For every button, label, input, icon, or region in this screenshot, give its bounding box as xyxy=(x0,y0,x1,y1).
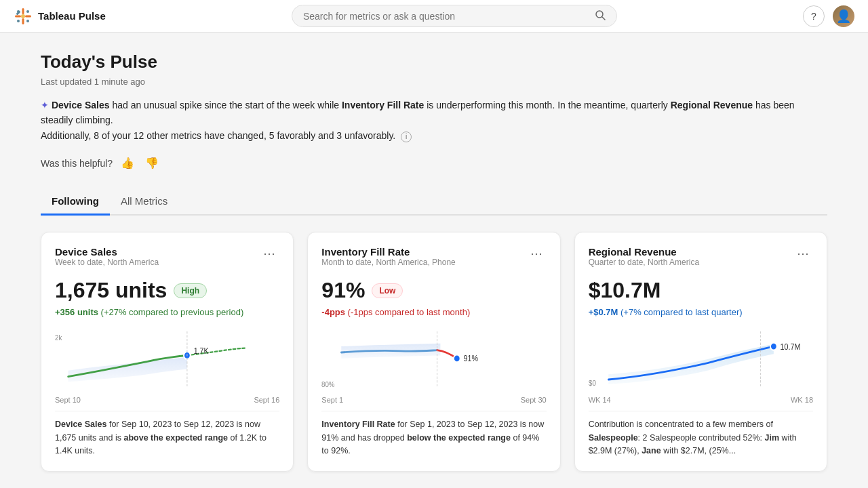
header-actions: ? 👤 xyxy=(803,5,854,27)
card-revenue-title: Regional Revenue xyxy=(589,246,699,258)
svg-rect-0 xyxy=(22,8,24,14)
card-device-sales-header: Device Sales Week to date, North America… xyxy=(55,246,279,275)
search-container xyxy=(117,5,792,27)
card-inventory-header: Inventory Fill Rate Month to date, North… xyxy=(321,246,546,275)
card-revenue-value-row: $10.7M xyxy=(589,278,813,303)
card-inventory-chart: 91% 80% xyxy=(321,325,546,393)
card-inventory-fill-rate: Inventory Fill Rate Month to date, North… xyxy=(307,232,560,472)
card-inventory-value: 91% xyxy=(321,278,365,303)
card-device-sales-x-end: Sept 16 xyxy=(254,396,279,404)
card-regional-revenue: Regional Revenue Quarter to date, North … xyxy=(574,232,827,472)
svg-text:$0: $0 xyxy=(589,379,596,387)
card-device-sales-title-area: Device Sales Week to date, North America xyxy=(55,246,159,275)
card-inventory-title-area: Inventory Fill Rate Month to date, North… xyxy=(321,246,455,275)
svg-point-20 xyxy=(770,343,777,350)
card-inventory-badge: Low xyxy=(372,283,403,298)
svg-point-8 xyxy=(26,20,29,22)
card-inventory-x-start: Sept 1 xyxy=(321,396,343,404)
summary-part7: Additionally, 8 of your 12 other metrics… xyxy=(41,128,827,143)
card-revenue-x-end: WK 18 xyxy=(791,396,813,404)
svg-rect-1 xyxy=(22,18,24,24)
card-device-sales-chart: 1.7K 2k xyxy=(55,325,279,393)
svg-line-11 xyxy=(602,17,605,20)
cards-grid: Device Sales Week to date, North America… xyxy=(41,232,827,472)
svg-point-16 xyxy=(454,355,460,363)
card-revenue-x-start: WK 14 xyxy=(589,396,611,404)
card-device-sales-badge: High xyxy=(174,283,207,298)
card-inventory-title: Inventory Fill Rate xyxy=(321,246,455,258)
card-inventory-change: -4pps (-1pps compared to last month) xyxy=(321,307,546,317)
card-device-sales-description: Device Sales for Sep 10, 2023 to Sep 12,… xyxy=(55,411,279,458)
feedback-row: Was this helpful? 👍 👎 xyxy=(41,154,827,172)
card-device-sales-title: Device Sales xyxy=(55,246,159,258)
tableau-logo-icon xyxy=(14,7,33,26)
card-inventory-x-end: Sept 30 xyxy=(521,396,547,404)
card-inventory-description: Inventory Fill Rate for Sep 1, 2023 to S… xyxy=(321,411,546,458)
svg-point-5 xyxy=(17,10,20,13)
card-device-sales-x-start: Sept 10 xyxy=(55,396,81,404)
spark-icon: ✦ xyxy=(41,100,49,110)
summary-inventory: Inventory Fill Rate xyxy=(342,100,424,110)
logo-text: Tableau Pulse xyxy=(38,10,106,22)
tabs-container: Following All Metrics xyxy=(41,188,827,216)
card-inventory-menu-button[interactable]: ⋯ xyxy=(526,246,547,261)
card-device-sales-value-row: 1,675 units High xyxy=(55,278,279,303)
search-bar xyxy=(292,5,617,27)
svg-point-6 xyxy=(26,10,29,13)
tab-all-metrics[interactable]: All Metrics xyxy=(110,188,178,216)
svg-rect-2 xyxy=(15,15,21,17)
svg-point-7 xyxy=(17,20,20,22)
card-revenue-menu-button[interactable]: ⋯ xyxy=(793,246,813,261)
app-header: Tableau Pulse ? 👤 xyxy=(0,0,868,33)
card-device-sales-subtitle: Week to date, North America xyxy=(55,258,159,267)
svg-text:2k: 2k xyxy=(55,334,62,342)
search-input[interactable] xyxy=(303,11,589,22)
card-device-sales-value: 1,675 units xyxy=(55,278,167,303)
card-revenue-description: Contribution is concentrated to a few me… xyxy=(589,411,813,458)
svg-text:80%: 80% xyxy=(321,381,334,389)
logo: Tableau Pulse xyxy=(14,7,106,26)
card-revenue-chart: 10.7M $0 xyxy=(589,325,813,393)
summary-section: ✦ Device Sales had an unusual spike sinc… xyxy=(41,98,827,143)
svg-text:91%: 91% xyxy=(464,354,478,363)
card-revenue-subtitle: Quarter to date, North America xyxy=(589,258,699,267)
card-inventory-subtitle: Month to date, North America, Phone xyxy=(321,258,455,267)
card-revenue-title-area: Regional Revenue Quarter to date, North … xyxy=(589,246,699,275)
card-inventory-value-row: 91% Low xyxy=(321,278,546,303)
help-button[interactable]: ? xyxy=(803,5,825,27)
tab-following[interactable]: Following xyxy=(41,188,110,216)
feedback-label: Was this helpful? xyxy=(41,158,113,169)
card-revenue-change: +$0.7M (+7% compared to last quarter) xyxy=(589,307,813,317)
thumbs-up-button[interactable]: 👍 xyxy=(118,154,137,172)
summary-part4: is underperforming this month. In the me… xyxy=(427,100,671,110)
thumbs-down-button[interactable]: 👎 xyxy=(142,154,161,172)
summary-device-sales: Device Sales xyxy=(52,100,110,110)
svg-point-9 xyxy=(21,14,25,18)
last-updated-text: Last updated 1 minute ago xyxy=(41,77,827,87)
summary-revenue: Regional Revenue xyxy=(671,100,753,110)
device-sales-chart-svg: 1.7K 2k xyxy=(55,325,279,393)
card-revenue-header: Regional Revenue Quarter to date, North … xyxy=(589,246,813,275)
inventory-chart-svg: 91% 80% xyxy=(321,325,546,393)
search-icon xyxy=(595,9,606,22)
revenue-chart-svg: 10.7M $0 xyxy=(589,325,813,393)
svg-text:10.7M: 10.7M xyxy=(780,342,800,351)
svg-rect-3 xyxy=(25,15,31,17)
info-icon[interactable]: i xyxy=(401,131,412,142)
page-title: Today's Pulse xyxy=(41,52,827,73)
card-device-sales-change: +356 units (+27% compared to previous pe… xyxy=(55,307,279,317)
svg-text:1.7K: 1.7K xyxy=(194,347,209,356)
card-device-sales: Device Sales Week to date, North America… xyxy=(41,232,294,472)
card-device-sales-menu-button[interactable]: ⋯ xyxy=(259,246,279,261)
card-revenue-value: $10.7M xyxy=(589,278,661,303)
avatar[interactable]: 👤 xyxy=(833,5,854,27)
summary-part2: had an unusual spike since the start of … xyxy=(112,100,342,110)
main-content: Today's Pulse Last updated 1 minute ago … xyxy=(14,33,854,488)
